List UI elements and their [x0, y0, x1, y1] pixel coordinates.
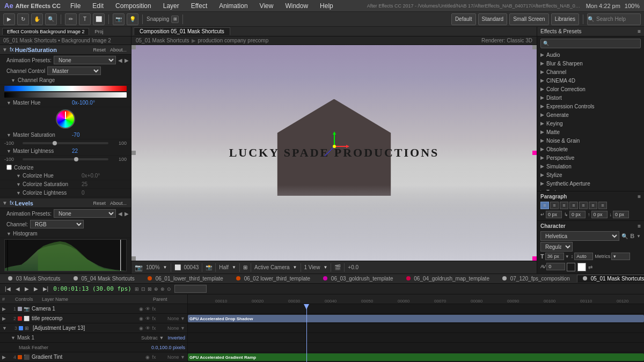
l2-vis-icon[interactable]: 👁	[145, 316, 150, 321]
space-after-value[interactable]: 0 px	[613, 211, 629, 218]
comp-breadcrumb-item-1[interactable]: 05_01 Mask Shortcuts	[136, 38, 189, 43]
stroke-color-swatch[interactable]	[577, 263, 586, 271]
clip-title-precomp[interactable]: GPU Accelerated Drop Shadow	[188, 315, 644, 322]
viewer-zoom-value[interactable]: 100%	[146, 264, 160, 270]
clip-gradient-ramp[interactable]: GPU Accelerated Gradient Ramp	[188, 353, 644, 361]
layer-1-expand[interactable]: ▶	[2, 306, 6, 312]
menu-help[interactable]: Help	[318, 1, 335, 11]
tool-zoom[interactable]: 🔍	[45, 13, 57, 25]
viewer-views[interactable]: 1 View	[304, 264, 320, 270]
timeline-tab-0504[interactable]: 05_04 Mask Shortcuts	[68, 275, 141, 283]
viewer-camera-label[interactable]: Active Camera	[254, 264, 290, 270]
effect-cat-noise[interactable]: ▶ Noise & Grain	[537, 136, 644, 145]
handle-mr[interactable]	[532, 151, 537, 155]
workspace-small-screen[interactable]: Small Screen	[509, 13, 548, 25]
effect-cat-cinema4d[interactable]: ▶ CINEMA 4D	[537, 76, 644, 85]
menu-file[interactable]: File	[68, 1, 83, 11]
viewer-timecode[interactable]: 00043	[184, 264, 199, 270]
fill-color-swatch[interactable]	[567, 263, 575, 271]
timeline-tab-0604[interactable]: 06_04_goldrush_map_template	[400, 275, 495, 283]
tc-last-frame[interactable]: ▶|	[41, 286, 50, 292]
col-light-expand[interactable]: ▼	[16, 190, 20, 196]
tool-text[interactable]: T	[79, 13, 91, 25]
search-help-btn[interactable]: 🔍 Search Help	[587, 13, 641, 25]
align-center-btn[interactable]: ≡	[550, 202, 559, 209]
effect-cat-stylize[interactable]: ▶ Stylize	[537, 171, 644, 179]
effect-cat-expression[interactable]: ▶ Expression Controls	[537, 102, 644, 110]
hue-sat-about-btn[interactable]: About...	[108, 47, 129, 53]
timeline-tab-0712[interactable]: 07_120_fps_composition	[496, 275, 576, 283]
tracking-value[interactable]: 0	[546, 263, 565, 270]
levels-channel-dropdown[interactable]: RGB	[30, 220, 84, 228]
mask-1-expand[interactable]: ▼	[11, 335, 16, 341]
paragraph-menu-icon[interactable]: ≡	[638, 194, 641, 200]
workspace-libraries[interactable]: Libraries	[551, 13, 579, 25]
hue-sat-presets-dropdown[interactable]: None	[54, 56, 116, 64]
master-saturation-slider[interactable]	[23, 142, 108, 144]
hue-wheel[interactable]	[56, 109, 75, 129]
menu-layer[interactable]: Layer	[161, 1, 181, 11]
align-justify-left-btn[interactable]: ≡	[569, 202, 578, 209]
levels-expand-icon[interactable]: ▼	[2, 200, 8, 206]
character-menu-icon[interactable]: ≡	[638, 223, 641, 229]
tc-next-frame[interactable]: ▶	[32, 286, 40, 292]
align-justify-center-btn[interactable]: ≡	[579, 202, 588, 209]
align-justify-all-btn[interactable]: ≡	[598, 202, 607, 209]
l1-fx-icon[interactable]: fx	[151, 306, 157, 312]
tool-rotate[interactable]: ↻	[17, 13, 29, 25]
tool-camera[interactable]: 📷	[113, 13, 125, 25]
handle-ml[interactable]	[131, 151, 136, 155]
histogram-expand[interactable]: ▼	[6, 231, 11, 237]
effect-cat-blur[interactable]: ▶ Blur & Sharpen	[537, 59, 644, 68]
master-lightness-value[interactable]: 22	[72, 148, 129, 154]
comp-breadcrumb-item-2[interactable]: production company precomp	[198, 38, 269, 43]
viewer-ctrl-icon-toggle[interactable]: ⊞	[243, 264, 247, 270]
font-b-btn[interactable]: B	[630, 233, 634, 239]
hue-sat-expand-icon[interactable]: ▼	[2, 47, 8, 53]
indent-left-value[interactable]: 0 px	[546, 211, 562, 218]
tc-first-frame[interactable]: |◀	[3, 286, 12, 292]
timeline-search-input[interactable]	[174, 285, 207, 293]
l2-fx-icon[interactable]: fx	[151, 316, 157, 321]
master-hue-expand[interactable]: ▼	[6, 100, 11, 106]
layer-row-4[interactable]: ▶ 4 ⬛ Gradient Tint ◉ fx None ▼	[0, 352, 187, 362]
effect-cat-perspective[interactable]: ▶ Perspective	[537, 153, 644, 162]
levels-about-btn[interactable]: About...	[108, 201, 129, 206]
tool-light[interactable]: 💡	[127, 13, 138, 25]
l2-solo-icon[interactable]: ◉	[138, 316, 144, 321]
menu-animation[interactable]: Animation	[217, 1, 250, 11]
font-size-value[interactable]: 36 px	[545, 253, 564, 260]
handle-tl[interactable]	[131, 45, 136, 49]
master-sat-expand[interactable]: ▼	[6, 132, 11, 138]
workspace-default[interactable]: Default	[451, 13, 476, 25]
menu-composition[interactable]: Composition	[113, 1, 153, 11]
timeline-mode-icon1[interactable]: ⊞	[135, 286, 139, 292]
menu-view[interactable]: View	[258, 1, 276, 11]
tool-shape[interactable]: ⬜	[93, 13, 105, 25]
viewer-zoom-dropdown-icon[interactable]: ▼	[163, 265, 167, 270]
font-size-unit-dropdown[interactable]: ▼	[565, 254, 569, 259]
playhead[interactable]	[306, 304, 307, 362]
effect-cat-simulation[interactable]: ▶ Simulation	[537, 162, 644, 171]
font-arrow-btn[interactable]: ▼	[636, 234, 641, 239]
colorize-lightness-value[interactable]: 0	[82, 190, 129, 196]
viewer-views-dropdown[interactable]: ▼	[323, 265, 327, 270]
handle-tr[interactable]	[532, 45, 537, 49]
effect-cat-synthetic[interactable]: ▶ Synthetic Aperture	[537, 179, 644, 188]
effects-panel-menu-icon[interactable]: ≡	[638, 28, 641, 34]
viewer-3d-icon[interactable]: 🎬	[334, 264, 341, 270]
hue-sat-presets-prev[interactable]: ◀	[118, 57, 122, 63]
viewer-quality-dropdown[interactable]: ▼	[232, 265, 236, 270]
effect-cat-audio[interactable]: ▶ Audio	[537, 50, 644, 59]
handle-bl[interactable]	[131, 256, 136, 261]
font-style-select[interactable]: Regular	[540, 242, 573, 252]
l1-solo-icon[interactable]: ◉	[138, 306, 144, 312]
col-hue-expand[interactable]: ▼	[16, 173, 20, 179]
swap-colors-icon[interactable]: ⇄	[588, 264, 592, 270]
effect-cat-generate[interactable]: ▶ Generate	[537, 110, 644, 119]
indent-right-value[interactable]: 0 px	[569, 211, 586, 218]
effect-cat-distort[interactable]: ▶ Distort	[537, 93, 644, 102]
mask-feather-value[interactable]: 0.0,100.0 pixels	[151, 345, 185, 350]
colorize-hue-value[interactable]: 0x+0.0°	[82, 173, 129, 179]
hue-sat-reset-btn[interactable]: Reset	[91, 47, 108, 53]
